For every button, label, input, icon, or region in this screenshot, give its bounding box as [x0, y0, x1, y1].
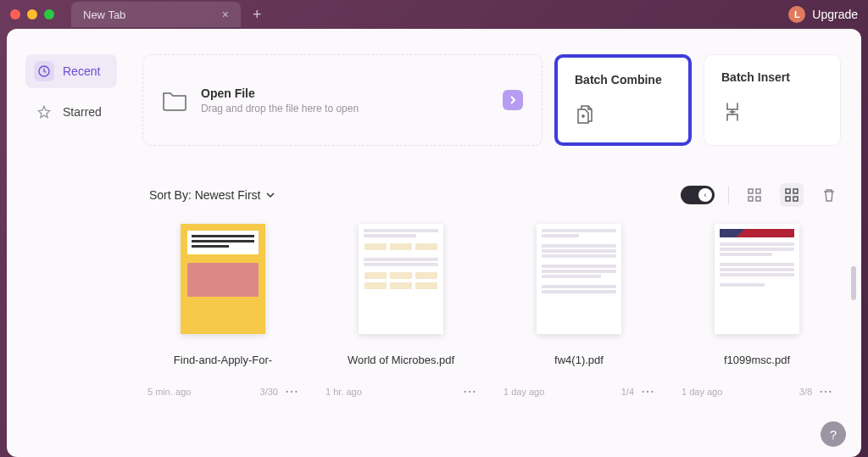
folder-icon	[162, 90, 187, 111]
star-icon	[34, 102, 54, 122]
file-thumbnail	[181, 224, 265, 334]
sidebar-item-label: Recent	[63, 64, 100, 78]
sidebar-item-label: Starred	[63, 105, 102, 119]
batch-insert-title: Batch Insert	[721, 70, 823, 84]
clock-icon	[34, 61, 54, 81]
open-file-title: Open File	[201, 86, 359, 100]
trash-button[interactable]	[817, 183, 841, 207]
tab-bar: New Tab × +	[71, 2, 788, 27]
chevron-left-icon: ‹	[698, 188, 712, 202]
open-file-subtitle: Drag and drop the file here to open	[201, 103, 359, 114]
svg-rect-6	[793, 189, 798, 193]
combine-icon	[575, 114, 597, 128]
file-age: 1 day ago	[682, 387, 722, 397]
insert-icon	[721, 111, 743, 125]
file-thumbnail	[537, 224, 621, 334]
new-tab-button[interactable]: +	[253, 6, 262, 24]
sidebar: Recent Starred	[7, 29, 125, 457]
minimize-window-button[interactable]	[27, 9, 37, 20]
file-item[interactable]: fw4(1).pdf 1 day ago 1/4 ⋯	[498, 224, 659, 399]
file-name: World of Microbes.pdf	[348, 346, 454, 375]
file-thumbnail	[359, 224, 443, 334]
file-age: 1 hr. ago	[326, 387, 362, 397]
file-pages: 3/30	[260, 387, 278, 397]
maximize-window-button[interactable]	[44, 9, 54, 20]
file-meta: 5 min. ago 3/30 ⋯	[142, 383, 303, 399]
file-name: Find-and-Apply-For-	[174, 346, 272, 375]
avatar-initial: L	[794, 9, 800, 20]
file-item[interactable]: f1099msc.pdf 1 day ago 3/8 ⋯	[676, 224, 837, 399]
list-view-button[interactable]	[780, 183, 804, 207]
sort-label: Sort By: Newest First	[149, 188, 260, 202]
upgrade-button[interactable]: L Upgrade	[788, 6, 858, 23]
window-controls	[10, 9, 54, 20]
file-meta: 1 day ago 1/4 ⋯	[498, 383, 659, 399]
sidebar-item-starred[interactable]: Starred	[25, 95, 117, 129]
svg-rect-3	[748, 197, 753, 201]
titlebar: New Tab × + L Upgrade	[0, 0, 868, 29]
svg-rect-2	[756, 189, 760, 193]
file-name: f1099msc.pdf	[724, 346, 790, 375]
file-grid: Find-and-Apply-For- 5 min. ago 3/30 ⋯ Wo…	[142, 224, 841, 399]
sidebar-item-recent[interactable]: Recent	[25, 54, 117, 88]
upgrade-label: Upgrade	[812, 8, 858, 21]
more-icon[interactable]: ⋯	[463, 383, 476, 399]
main-window: Recent Starred Open File Drag and drop t…	[7, 29, 861, 457]
file-pages: 1/4	[621, 387, 634, 397]
svg-rect-1	[748, 189, 753, 193]
help-label: ?	[830, 427, 837, 442]
svg-rect-7	[786, 197, 790, 201]
close-tab-icon[interactable]: ×	[222, 8, 229, 21]
svg-rect-5	[786, 189, 790, 193]
help-button[interactable]: ?	[821, 421, 846, 447]
file-meta: 1 day ago 3/8 ⋯	[676, 383, 837, 399]
separator	[728, 187, 729, 203]
file-meta: 1 hr. ago ⋯	[320, 383, 481, 399]
svg-rect-4	[756, 197, 760, 201]
tab-new[interactable]: New Tab ×	[71, 2, 241, 27]
grid-view-button[interactable]	[743, 183, 766, 207]
color-filter-toggle[interactable]: ‹	[681, 186, 715, 204]
open-file-card[interactable]: Open File Drag and drop the file here to…	[142, 54, 542, 146]
file-item[interactable]: World of Microbes.pdf 1 hr. ago ⋯	[320, 224, 481, 399]
chevron-down-icon	[265, 190, 275, 200]
more-icon[interactable]: ⋯	[285, 383, 298, 399]
more-icon[interactable]: ⋯	[819, 383, 832, 399]
file-name: fw4(1).pdf	[554, 346, 604, 375]
file-item[interactable]: Find-and-Apply-For- 5 min. ago 3/30 ⋯	[142, 224, 303, 399]
file-thumbnail	[715, 224, 799, 334]
open-file-go-button[interactable]	[503, 90, 523, 110]
scrollbar[interactable]	[851, 266, 856, 300]
avatar: L	[788, 6, 805, 23]
close-window-button[interactable]	[10, 9, 20, 20]
list-toolbar: Sort By: Newest First ‹	[142, 183, 841, 207]
open-file-text: Open File Drag and drop the file here to…	[201, 86, 359, 114]
batch-combine-card[interactable]: Batch Combine	[554, 54, 692, 146]
batch-insert-card[interactable]: Batch Insert	[704, 54, 841, 146]
file-age: 1 day ago	[504, 387, 544, 397]
main-content: Open File Drag and drop the file here to…	[125, 29, 861, 457]
svg-rect-8	[793, 197, 798, 201]
action-cards: Open File Drag and drop the file here to…	[142, 54, 841, 146]
more-icon[interactable]: ⋯	[641, 383, 654, 399]
sort-button[interactable]: Sort By: Newest First	[149, 188, 275, 202]
tab-label: New Tab	[83, 8, 125, 21]
batch-combine-title: Batch Combine	[575, 73, 671, 86]
file-pages: 3/8	[799, 387, 812, 397]
file-age: 5 min. ago	[147, 387, 191, 397]
